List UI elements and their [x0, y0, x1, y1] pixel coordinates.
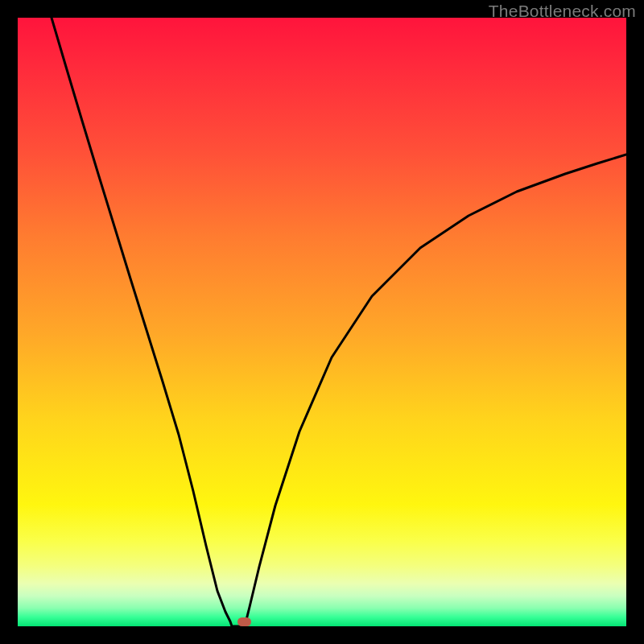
chart-frame: TheBottleneck.com: [0, 0, 644, 644]
optimal-point-marker: [237, 617, 251, 626]
curve-path: [52, 18, 626, 626]
bottleneck-curve: [18, 18, 626, 626]
plot-area: [18, 18, 626, 626]
watermark-text: TheBottleneck.com: [489, 2, 636, 21]
